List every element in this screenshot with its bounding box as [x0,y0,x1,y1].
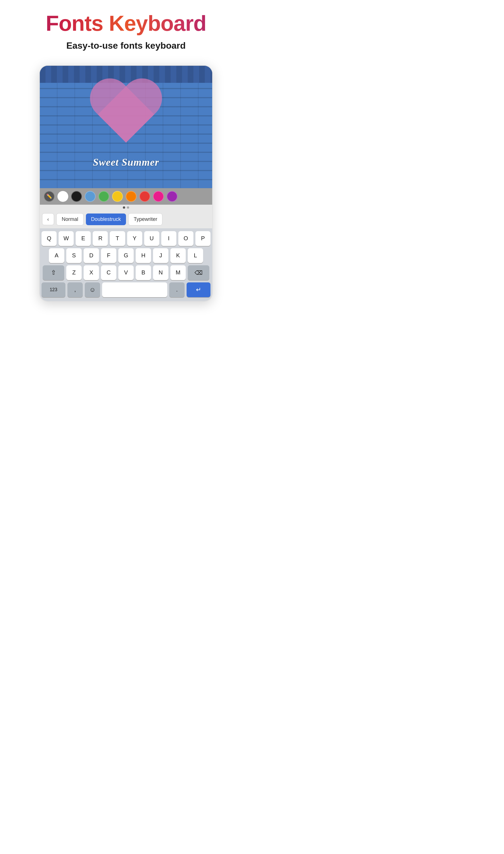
brick-background: Sweet Summer [40,66,212,188]
key-i[interactable]: I [161,231,176,246]
color-pink[interactable] [153,191,164,202]
key-j[interactable]: J [153,248,168,263]
backspace-key[interactable]: ⌫ [188,265,209,280]
key-row-2: A S D F G H J K L [41,248,211,263]
key-q[interactable]: Q [41,231,57,246]
key-e[interactable]: E [76,231,91,246]
key-n[interactable]: N [153,265,168,280]
comma-key[interactable]: , [67,282,83,297]
key-s[interactable]: S [66,248,82,263]
key-b[interactable]: B [136,265,151,280]
color-red[interactable] [139,191,150,202]
page-dots [40,205,212,210]
key-v[interactable]: V [118,265,134,280]
key-y[interactable]: Y [127,231,142,246]
app-title: Fonts Keyboard [6,12,246,35]
key-u[interactable]: U [144,231,159,246]
key-h[interactable]: H [136,248,151,263]
shift-key[interactable]: ⇧ [43,265,64,280]
key-f[interactable]: F [101,248,116,263]
overlay-text: Sweet Summer [93,156,159,168]
font-selector: ‹ Normal Doublestruck Typewriter [40,210,212,228]
numbers-key[interactable]: 123 [41,282,66,297]
key-row-3: ⇧ Z X C V B N M ⌫ [41,265,211,280]
key-row-4: 123 , ☺ . ↵ [41,282,211,297]
key-r[interactable]: R [93,231,108,246]
space-key[interactable] [102,282,167,297]
back-button[interactable]: ‹ [42,213,54,225]
key-c[interactable]: C [101,265,116,280]
key-z[interactable]: Z [66,265,82,280]
dot-1 [123,206,125,209]
color-green[interactable] [98,191,109,202]
pencil-tool[interactable]: ✏️ [44,191,55,202]
phone-mockup: Sweet Summer ✏️ ‹ Normal Doublestruck Ty… [39,65,213,302]
key-p[interactable]: P [195,231,211,246]
key-a[interactable]: A [49,248,64,263]
return-key[interactable]: ↵ [186,282,211,297]
dot-2 [127,206,129,209]
key-x[interactable]: X [84,265,99,280]
font-doublestruck[interactable]: Doublestruck [86,213,126,225]
period-key[interactable]: . [169,282,185,297]
keyboard: Q W E R T Y U I O P A S D F G H J K L ⇧ … [40,228,212,301]
key-w[interactable]: W [59,231,74,246]
color-orange[interactable] [126,191,137,202]
heart-graphic [86,80,166,154]
color-yellow[interactable] [112,191,123,202]
key-k[interactable]: K [170,248,186,263]
color-blue[interactable] [85,191,95,202]
color-black[interactable] [71,191,82,202]
image-area: Sweet Summer [40,66,212,188]
key-o[interactable]: O [178,231,193,246]
header: Fonts Keyboard Easy-to-use fonts keyboar… [0,0,252,54]
key-m[interactable]: M [170,265,186,280]
app-subtitle: Easy-to-use fonts keyboard [6,40,246,51]
emoji-key[interactable]: ☺ [85,282,100,297]
key-l[interactable]: L [188,248,203,263]
key-row-1: Q W E R T Y U I O P [41,231,211,246]
font-typewriter[interactable]: Typewriter [128,213,162,225]
key-g[interactable]: G [118,248,134,263]
color-palette: ✏️ [40,188,212,205]
key-d[interactable]: D [84,248,99,263]
color-white[interactable] [57,191,68,202]
font-normal[interactable]: Normal [56,213,84,225]
key-t[interactable]: T [110,231,125,246]
color-purple[interactable] [167,191,178,202]
